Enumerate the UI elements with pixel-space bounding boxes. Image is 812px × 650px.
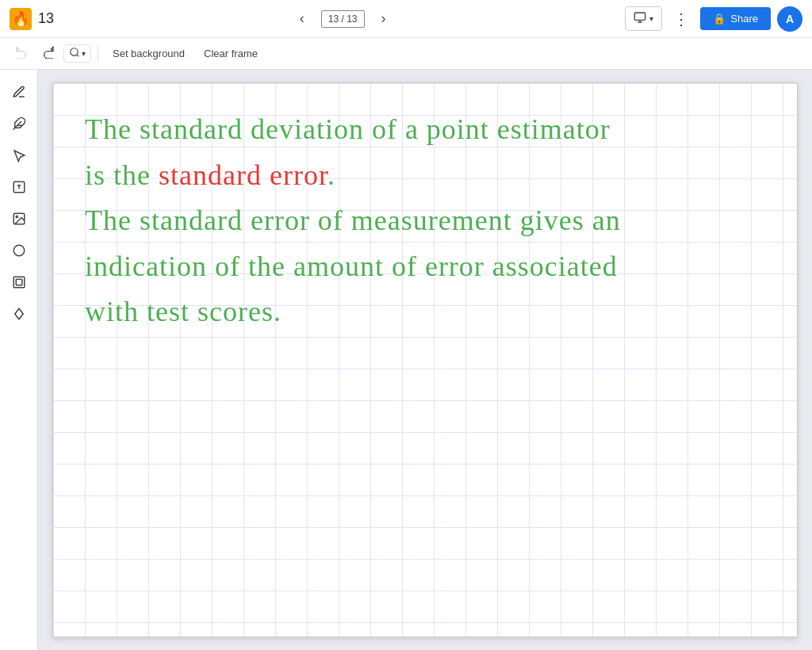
svg-rect-0 <box>635 13 645 20</box>
zoom-icon <box>69 47 80 60</box>
cursor-icon <box>12 148 26 166</box>
toolbar-divider <box>98 46 98 62</box>
text-tool[interactable] <box>5 174 33 203</box>
slide-indicator[interactable]: 13 / 13 <box>321 10 365 28</box>
svg-point-9 <box>13 245 25 256</box>
svg-rect-10 <box>13 277 25 288</box>
pen-icon <box>12 85 26 103</box>
undo-button[interactable] <box>10 42 33 66</box>
laser-icon <box>12 307 26 325</box>
present-icon <box>634 11 646 26</box>
set-background-button[interactable]: Set background <box>105 44 193 63</box>
nav-forward-button[interactable]: › <box>371 6 396 32</box>
share-button[interactable]: 🔒 Share <box>700 7 771 30</box>
image-icon <box>12 212 26 230</box>
line3: The standard error of measurement gives … <box>85 198 765 244</box>
top-navbar: 🔥 13 ‹ 13 / 13 › ▾ ⋮ 🔒 Share A <box>0 0 812 38</box>
circle-tool[interactable] <box>5 238 33 266</box>
clear-frame-button[interactable]: Clear frame <box>196 44 266 63</box>
line2: is the standard error. <box>85 153 765 199</box>
present-dropdown-arrow: ▾ <box>649 14 653 23</box>
zoom-dropdown-arrow: ▾ <box>82 49 86 58</box>
user-avatar[interactable]: A <box>777 6 802 32</box>
pen-tool[interactable] <box>5 79 33 108</box>
undo-icon <box>15 46 28 62</box>
line1: The standard deviation of a point estima… <box>85 107 765 153</box>
slide-canvas[interactable]: The standard deviation of a point estima… <box>52 82 798 637</box>
svg-rect-11 <box>16 279 22 285</box>
select-tool[interactable] <box>5 143 33 171</box>
svg-point-1 <box>71 48 78 55</box>
frame-tool[interactable] <box>5 270 33 298</box>
laser-tool[interactable] <box>5 301 33 330</box>
tools-sidebar <box>0 70 38 650</box>
frame-icon <box>12 275 26 293</box>
present-button[interactable]: ▾ <box>625 6 662 31</box>
secondary-toolbar: ▾ Set background Clear frame <box>0 38 812 70</box>
marker-tool[interactable] <box>5 111 33 140</box>
text-icon <box>12 180 26 198</box>
image-tool[interactable] <box>5 206 33 235</box>
slide-content: The standard deviation of a point estima… <box>53 83 797 637</box>
document-title[interactable]: 13 <box>38 10 54 27</box>
line4: indication of the amount of error associ… <box>85 244 765 290</box>
svg-point-8 <box>16 216 17 217</box>
zoom-control[interactable]: ▾ <box>63 44 91 63</box>
nav-back-button[interactable]: ‹ <box>289 6 315 32</box>
marker-icon <box>12 117 26 135</box>
main-content: The standard deviation of a point estima… <box>0 70 812 650</box>
top-right-controls: ▾ ⋮ 🔒 Share A <box>625 6 802 32</box>
canvas-area[interactable]: The standard deviation of a point estima… <box>38 70 812 650</box>
circle-icon <box>12 243 26 262</box>
line5: with test scores. <box>85 289 765 335</box>
more-options-button[interactable]: ⋮ <box>668 6 694 32</box>
lock-icon: 🔒 <box>713 13 726 25</box>
redo-button[interactable] <box>36 42 60 66</box>
redo-icon <box>42 46 55 62</box>
logo-button[interactable]: 🔥 <box>10 8 32 30</box>
slide-text: The standard deviation of a point estima… <box>85 107 765 335</box>
